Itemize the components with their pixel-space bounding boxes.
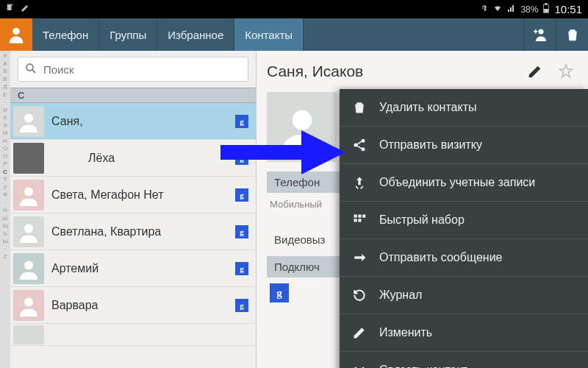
- contact-name: Светлана, Квартира: [51, 225, 228, 238]
- app-icon[interactable]: [0, 18, 32, 51]
- menu-share[interactable]: Отправить визитку: [340, 127, 588, 164]
- menu-label: Связать контакт: [379, 364, 467, 368]
- avatar: [13, 106, 44, 137]
- action-bar: Телефон Группы Избранное Контакты: [0, 18, 588, 51]
- share-icon: [351, 137, 368, 153]
- svg-point-5: [26, 64, 33, 71]
- google-badge: g: [235, 262, 248, 275]
- contact-row[interactable]: Лёха g: [10, 140, 256, 177]
- wifi-icon: [492, 4, 503, 15]
- svg-point-8: [24, 224, 33, 233]
- menu-merge[interactable]: Объединить учетные записи: [340, 164, 588, 202]
- contact-row[interactable]: Артемий g: [10, 250, 256, 287]
- google-badge: g: [270, 283, 289, 302]
- tab-favorites[interactable]: Избранное: [157, 18, 234, 51]
- svg-rect-1: [545, 4, 548, 4]
- delete-button[interactable]: [556, 18, 588, 51]
- google-badge: g: [235, 188, 248, 202]
- menu-delete[interactable]: Удалить контакты: [340, 89, 588, 127]
- edit-contact-button[interactable]: [523, 60, 547, 83]
- menu-label: Быстрый набор: [379, 213, 465, 227]
- contact-row[interactable]: [10, 324, 256, 346]
- arrow-right-icon: [351, 250, 368, 266]
- menu-label: Удалить контакты: [379, 101, 477, 114]
- history-icon: [351, 287, 368, 303]
- avatar: [13, 216, 44, 247]
- contact-title: Саня, Исаков: [267, 63, 516, 80]
- contact-row[interactable]: Света, Мегафон Нет g: [10, 177, 256, 213]
- contact-name: Артемий: [51, 262, 228, 275]
- merge-icon: [351, 174, 368, 191]
- contact-name: Саня,: [51, 115, 228, 128]
- favorite-button[interactable]: [554, 60, 578, 83]
- pencil-icon: [351, 325, 368, 341]
- search-input[interactable]: [43, 63, 242, 76]
- svg-point-3: [12, 28, 19, 35]
- menu-speed-dial[interactable]: Быстрый набор: [340, 202, 588, 239]
- tab-groups[interactable]: Группы: [99, 18, 157, 51]
- svg-point-10: [24, 297, 33, 306]
- svg-point-9: [24, 261, 33, 269]
- contact-name: Света, Мегафон Нет: [51, 188, 228, 202]
- google-badge: g: [235, 152, 248, 165]
- battery-icon: [542, 3, 550, 15]
- contact-row[interactable]: Светлана, Квартира g: [10, 213, 256, 250]
- contact-header: Саня, Исаков: [257, 51, 588, 92]
- svg-rect-15: [354, 215, 357, 218]
- google-badge: g: [235, 299, 248, 312]
- menu-edit[interactable]: Изменить: [340, 314, 588, 352]
- battery-text: 38%: [520, 4, 538, 15]
- tab-contacts[interactable]: Контакты: [234, 18, 304, 51]
- contact-list-pane: С Саня, g Лёха g Света, Мегафон Нет g Св…: [10, 51, 257, 368]
- status-bar: 38% 10:51: [0, 0, 588, 18]
- svg-rect-18: [354, 219, 357, 222]
- signal-icon: [507, 4, 516, 15]
- dialpad-icon: [351, 212, 368, 228]
- trash-icon: [351, 99, 368, 116]
- avatar: [13, 325, 44, 344]
- google-badge: g: [235, 225, 248, 238]
- avatar: [13, 253, 44, 284]
- tab-phone[interactable]: Телефон: [32, 18, 99, 51]
- search-icon: [24, 62, 37, 77]
- menu-label: Изменить: [379, 326, 432, 339]
- link-icon: [351, 362, 368, 368]
- contact-name: Лёха: [51, 152, 228, 165]
- contact-name: Варвара: [51, 299, 228, 312]
- large-avatar: [267, 92, 337, 162]
- main: #АБВДЕ·ИКЛМНОПРСТУФ·ЧШЩЪЫ·Z С Саня, g Лё…: [0, 51, 588, 368]
- contact-row[interactable]: Саня, g: [10, 103, 256, 140]
- sync-icon: [6, 3, 16, 15]
- svg-rect-16: [358, 215, 361, 218]
- search-box[interactable]: [18, 57, 248, 82]
- svg-rect-19: [358, 219, 361, 222]
- svg-point-4: [538, 29, 543, 35]
- edit-status-icon: [21, 4, 29, 15]
- menu-label: Журнал: [379, 289, 422, 302]
- svg-rect-2: [545, 9, 549, 12]
- menu-label: Отправить визитку: [379, 138, 482, 152]
- avatar: [13, 180, 44, 210]
- svg-rect-17: [362, 215, 365, 218]
- bluetooth-icon: [481, 3, 488, 15]
- svg-point-11: [292, 110, 312, 130]
- svg-point-7: [24, 187, 33, 196]
- google-badge: g: [235, 115, 248, 128]
- add-contact-button[interactable]: [523, 18, 556, 51]
- menu-log[interactable]: Журнал: [340, 277, 588, 314]
- avatar: [13, 290, 44, 321]
- clock: 10:51: [554, 3, 582, 15]
- index-strip[interactable]: #АБВДЕ·ИКЛМНОПРСТУФ·ЧШЩЪЫ·Z: [0, 51, 10, 368]
- svg-point-6: [24, 113, 33, 122]
- menu-label: Объединить учетные записи: [379, 176, 535, 189]
- menu-link[interactable]: Связать контакт: [340, 352, 588, 368]
- menu-label: Отправить сообщение: [379, 251, 502, 264]
- context-menu: Удалить контакты Отправить визитку Объед…: [340, 89, 588, 368]
- menu-send-message[interactable]: Отправить сообщение: [340, 239, 588, 277]
- contact-row[interactable]: Варвара g: [10, 287, 256, 324]
- contact-detail-pane: Саня, Исаков Телефон Мобильный Видеовыз …: [257, 51, 588, 368]
- section-header: С: [10, 88, 256, 103]
- avatar: [13, 143, 44, 174]
